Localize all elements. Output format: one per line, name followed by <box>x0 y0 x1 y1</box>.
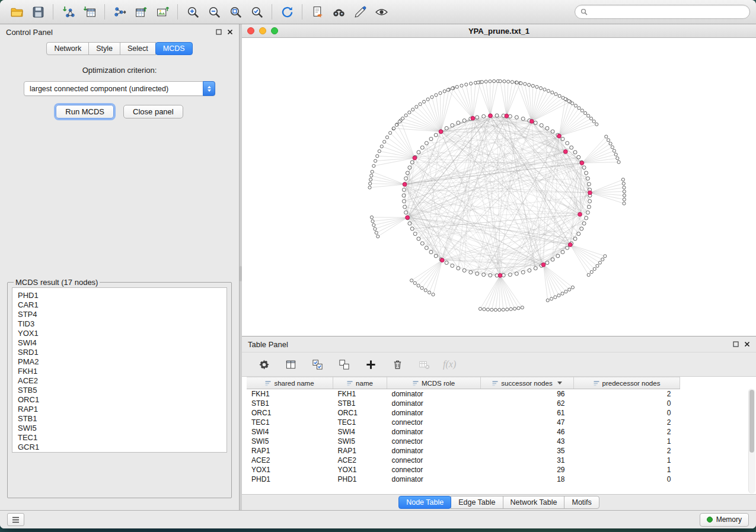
zoom-fit-icon[interactable] <box>225 3 246 21</box>
zoom-in-icon[interactable] <box>182 3 203 21</box>
mcds-result-item[interactable]: STB1 <box>18 414 227 424</box>
network-window: YPA_prune.txt_1 <box>242 24 756 336</box>
table-row[interactable]: PHD1PHD1dominator180 <box>247 475 680 484</box>
tab-network-table[interactable]: Network Table <box>503 496 565 509</box>
delete-column-trash-icon[interactable] <box>390 357 405 372</box>
tab-node-table[interactable]: Node Table <box>398 496 451 509</box>
table-row[interactable]: YOX1YOX1connector291 <box>247 465 680 475</box>
table-panel-header: Table Panel <box>242 336 756 352</box>
close-table-panel-icon[interactable] <box>744 341 750 347</box>
maximize-window-icon[interactable] <box>271 27 278 34</box>
cell: dominator <box>387 446 481 456</box>
search-input[interactable] <box>591 7 744 17</box>
open-file-icon[interactable] <box>6 3 27 21</box>
memory-button[interactable]: Memory <box>700 513 749 527</box>
toolbar-separator <box>53 4 53 20</box>
mcds-result-item[interactable]: ORC1 <box>18 395 227 405</box>
network-canvas[interactable] <box>242 38 756 336</box>
mcds-result-item[interactable]: RAP1 <box>18 405 227 414</box>
run-mcds-button[interactable]: Run MCDS <box>56 105 114 118</box>
close-panel-icon[interactable] <box>227 29 233 35</box>
status-menu-icon[interactable] <box>7 513 24 526</box>
splitter-handle[interactable] <box>240 266 242 281</box>
column-header-mcds-role[interactable]: MCDS role <box>387 377 481 389</box>
cell: dominator <box>387 399 481 408</box>
network-titlebar: YPA_prune.txt_1 <box>242 24 756 38</box>
cell: SWI4 <box>247 427 333 437</box>
mcds-result-list[interactable]: PHD1CAR1STP4TID3YOX1SWI4SRD1PMA2FKH1ACE2… <box>12 287 227 453</box>
mcds-result-item[interactable]: SRD1 <box>18 348 227 357</box>
style-brush-icon[interactable] <box>349 3 371 21</box>
select-all-icon[interactable] <box>310 357 325 372</box>
save-session-icon[interactable] <box>27 3 49 21</box>
optimization-criterion-label: Optimization criterion: <box>0 66 239 75</box>
column-header-name[interactable]: name <box>333 377 387 389</box>
mcds-result-item[interactable]: PHD1 <box>18 291 227 300</box>
import-network-icon[interactable] <box>58 3 79 21</box>
tab-network[interactable]: Network <box>46 42 89 55</box>
cell: YOX1 <box>247 465 333 475</box>
table-row[interactable]: SWI5SWI5connector431 <box>247 437 680 446</box>
control-panel-header: Control Panel <box>0 24 239 40</box>
zoom-selected-icon[interactable] <box>246 3 267 21</box>
minimize-window-icon[interactable] <box>259 27 266 34</box>
find-binoculars-icon[interactable] <box>328 3 349 21</box>
mcds-result-item[interactable]: SWI5 <box>18 424 227 433</box>
eye-icon[interactable] <box>371 3 392 21</box>
mcds-result-item[interactable]: CAR1 <box>18 300 227 310</box>
table-row[interactable]: TEC1TEC1connector472 <box>247 418 680 427</box>
mcds-result-item[interactable]: SWI4 <box>18 338 227 348</box>
float-table-panel-icon[interactable] <box>733 341 739 347</box>
mcds-result-item[interactable]: TID3 <box>18 319 227 329</box>
cell: 2 <box>574 427 680 437</box>
tab-mcds[interactable]: MCDS <box>155 42 193 55</box>
table-scrollbar[interactable] <box>748 389 755 493</box>
table-row[interactable]: STB1STB1dominator620 <box>247 399 680 408</box>
float-panel-icon[interactable] <box>216 29 222 35</box>
export-image-icon[interactable] <box>152 3 173 21</box>
cell: 1 <box>574 465 680 475</box>
cell: 62 <box>481 399 574 408</box>
tab-select[interactable]: Select <box>120 42 156 55</box>
table-scrollbar-thumb[interactable] <box>749 390 754 453</box>
tab-edge-table[interactable]: Edge Table <box>451 496 503 509</box>
mcds-result-item[interactable]: STP4 <box>18 310 227 319</box>
mcds-result-item[interactable]: PMA2 <box>18 357 227 367</box>
table-row[interactable]: ORC1ORC1dominator610 <box>247 408 680 418</box>
table-header-row: shared namenameMCDS rolesuccessor nodesp… <box>247 377 680 389</box>
table-row[interactable]: ACE2ACE2connector311 <box>247 456 680 465</box>
mcds-result-item[interactable]: TEC1 <box>18 433 227 443</box>
table-panel: Table Panel f(x) <box>242 336 756 510</box>
zoom-out-icon[interactable] <box>203 3 225 21</box>
table-row[interactable]: SWI4SWI4dominator462 <box>247 427 680 437</box>
mcds-tab-content: Optimization criterion: largest connecte… <box>0 55 239 510</box>
global-search[interactable] <box>575 5 750 19</box>
export-table-icon[interactable] <box>130 3 152 21</box>
import-table-icon[interactable] <box>79 3 100 21</box>
mcds-result-item[interactable]: STB5 <box>18 386 227 395</box>
mcds-result-item[interactable]: FKH1 <box>18 367 227 376</box>
deselect-all-icon[interactable] <box>336 357 352 372</box>
criterion-dropdown[interactable]: largest connected component (undirected) <box>24 81 215 96</box>
table-row[interactable]: FKH1FKH1dominator962 <box>247 389 680 399</box>
share-document-icon[interactable] <box>307 3 328 21</box>
mcds-result-item[interactable]: GCR1 <box>18 443 227 452</box>
column-header-shared-name[interactable]: shared name <box>247 377 333 389</box>
column-header-predecessor-nodes[interactable]: predecessor nodes <box>574 377 680 389</box>
export-network-icon[interactable] <box>109 3 130 21</box>
cell: ORC1 <box>333 408 387 418</box>
close-panel-button[interactable]: Close panel <box>123 105 183 118</box>
table-row[interactable]: RAP1RAP1dominator352 <box>247 446 680 456</box>
close-window-icon[interactable] <box>247 27 254 34</box>
mcds-result-item[interactable]: YOX1 <box>18 329 227 338</box>
add-column-plus-icon[interactable] <box>363 357 378 372</box>
refresh-icon[interactable] <box>276 3 298 21</box>
cell: RAP1 <box>333 446 387 456</box>
tab-style[interactable]: Style <box>88 42 120 55</box>
mcds-result-item[interactable]: ACE2 <box>18 376 227 386</box>
show-columns-icon[interactable] <box>283 357 298 372</box>
table-settings-gear-icon[interactable] <box>256 357 272 372</box>
column-label: successor nodes <box>501 380 552 387</box>
column-header-successor-nodes[interactable]: successor nodes <box>481 377 574 389</box>
tab-motifs[interactable]: Motifs <box>564 496 599 509</box>
